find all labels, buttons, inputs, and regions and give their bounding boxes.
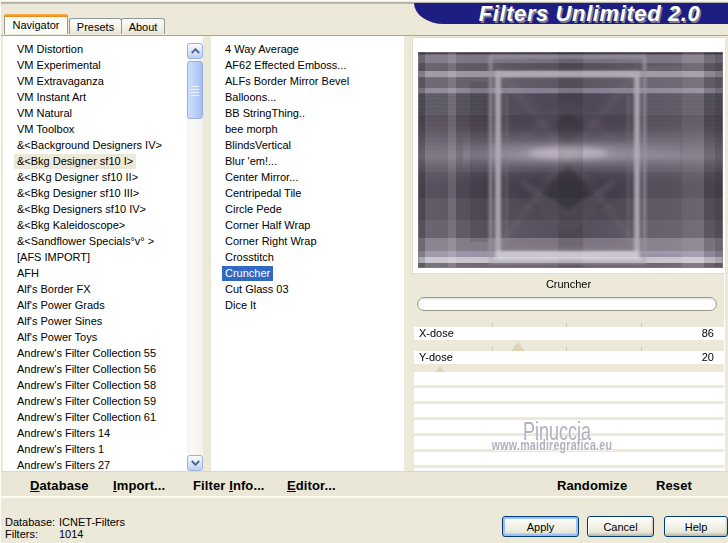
parameter-name: Y-dose <box>419 351 453 364</box>
category-scrollbar[interactable] <box>187 43 203 471</box>
category-item-label: Andrew's Filter Collection 59 <box>14 394 159 409</box>
help-button[interactable]: Help <box>664 516 728 537</box>
category-item[interactable]: &<Bkg Designer sf10 III> <box>3 185 187 201</box>
category-item[interactable]: Andrew's Filter Collection 55 <box>3 345 187 361</box>
randomize-button[interactable]: Randomize <box>557 478 627 493</box>
category-item-label: &<BKg Designer sf10 II> <box>14 170 141 185</box>
category-item-label: VM Toolbox <box>14 122 77 137</box>
empty-parameter-row <box>414 420 724 433</box>
filter-item[interactable]: Corner Right Wrap <box>211 233 404 249</box>
category-item-label: VM Instant Art <box>14 90 89 105</box>
category-item[interactable]: Andrew's Filter Collection 58 <box>3 377 187 393</box>
filter-item[interactable]: bee morph <box>211 121 404 137</box>
category-item[interactable]: [AFS IMPORT] <box>3 249 187 265</box>
filter-item[interactable]: Crosstitch <box>211 249 404 265</box>
filter-item[interactable]: 4 Way Average <box>211 41 404 57</box>
category-item[interactable]: &<Sandflower Specials°v° > <box>3 233 187 249</box>
category-item-label: Andrew's Filters 27 <box>14 458 113 471</box>
filter-item-label: ALFs Border Mirror Bevel <box>222 74 352 89</box>
filter-item[interactable]: Circle Pede <box>211 201 404 217</box>
cancel-button[interactable]: Cancel <box>587 516 654 537</box>
category-item-label: VM Distortion <box>14 42 86 57</box>
parameter-row[interactable]: X-dose86 <box>414 327 724 340</box>
empty-parameter-row <box>414 436 724 449</box>
filter-item[interactable]: Cruncher <box>211 265 404 281</box>
toolbar-filter-info[interactable]: Filter Info... <box>193 478 265 493</box>
category-item[interactable]: Alf's Power Grads <box>3 297 187 313</box>
filter-item[interactable]: BlindsVertical <box>211 137 404 153</box>
apply-button[interactable]: Apply <box>502 516 579 537</box>
tab-label: Presets <box>77 21 114 33</box>
category-item[interactable]: Andrew's Filter Collection 61 <box>3 409 187 425</box>
category-item[interactable]: Andrew's Filter Collection 59 <box>3 393 187 409</box>
preview-image[interactable] <box>418 52 723 268</box>
parameter-panel: Cruncher X-dose86Y-dose20 Pinuccia www.m… <box>412 37 725 472</box>
tab-about[interactable]: About <box>121 18 165 34</box>
category-item[interactable]: VM Toolbox <box>3 121 187 137</box>
category-item-label: VM Experimental <box>14 58 104 73</box>
category-item[interactable]: VM Natural <box>3 105 187 121</box>
category-item-label: Alf's Border FX <box>14 282 94 297</box>
filter-item[interactable]: Centripedal Tile <box>211 185 404 201</box>
filter-item[interactable]: ALFs Border Mirror Bevel <box>211 73 404 89</box>
empty-parameter-row <box>414 452 724 465</box>
reset-button[interactable]: Reset <box>656 478 692 493</box>
filter-item-label: Dice It <box>222 298 259 313</box>
filters-unlimited-dialog: Filters Unlimited 2.0 NavigatorPresetsAb… <box>0 0 728 543</box>
filter-items: 4 Way AverageAF62 Effected Emboss...ALFs… <box>211 41 404 313</box>
slider-thumb[interactable] <box>511 342 525 351</box>
empty-parameter-row <box>414 372 724 385</box>
category-item[interactable]: Andrew's Filter Collection 56 <box>3 361 187 377</box>
filter-item-label: Circle Pede <box>222 202 285 217</box>
filter-item[interactable]: Balloons... <box>211 89 404 105</box>
category-item[interactable]: Alf's Border FX <box>3 281 187 297</box>
filter-item[interactable]: AF62 Effected Emboss... <box>211 57 404 73</box>
category-item[interactable]: Alf's Power Sines <box>3 313 187 329</box>
category-item[interactable]: Andrew's Filters 1 <box>3 441 187 457</box>
tab-navigator[interactable]: Navigator <box>4 14 68 34</box>
empty-parameter-row <box>414 404 724 417</box>
category-item-label: Andrew's Filter Collection 61 <box>14 410 159 425</box>
category-item[interactable]: Alf's Power Toys <box>3 329 187 345</box>
parameter-row[interactable]: Y-dose20 <box>414 351 724 364</box>
category-item[interactable]: Andrew's Filters 27 <box>3 457 187 471</box>
category-item[interactable]: &<Background Designers IV> <box>3 137 187 153</box>
toolbar-editor[interactable]: Editor... <box>287 478 336 493</box>
filter-item-label: Cruncher <box>222 266 273 281</box>
filter-item[interactable]: Dice It <box>211 297 404 313</box>
filter-item-label: Centripedal Tile <box>222 186 304 201</box>
category-item[interactable]: &<Bkg Designers sf10 IV> <box>3 201 187 217</box>
category-item-label: Alf's Power Toys <box>14 330 100 345</box>
parameter-value: 20 <box>702 351 714 364</box>
category-item[interactable]: VM Instant Art <box>3 89 187 105</box>
thumb-grip-icon <box>191 86 199 96</box>
filter-item-label: Balloons... <box>222 90 279 105</box>
filter-item-label: 4 Way Average <box>222 42 302 57</box>
category-item[interactable]: &<Bkg Kaleidoscope> <box>3 217 187 233</box>
category-item[interactable]: Andrew's Filters 14 <box>3 425 187 441</box>
category-item[interactable]: AFH <box>3 265 187 281</box>
category-item[interactable]: VM Extravaganza <box>3 73 187 89</box>
category-item[interactable]: &<BKg Designer sf10 II> <box>3 169 187 185</box>
parameter-name: X-dose <box>419 327 454 340</box>
category-item-label: &<Background Designers IV> <box>14 138 165 153</box>
scroll-down-button[interactable] <box>187 455 203 471</box>
category-item[interactable]: VM Experimental <box>3 57 187 73</box>
category-item[interactable]: VM Distortion <box>3 41 187 57</box>
tab-presets[interactable]: Presets <box>69 18 122 34</box>
filter-item-label: bee morph <box>222 122 281 137</box>
category-item-label: VM Natural <box>14 106 75 121</box>
category-item[interactable]: &<Bkg Designer sf10 I> <box>3 153 187 169</box>
filter-item[interactable]: Corner Half Wrap <box>211 217 404 233</box>
scrollbar-thumb[interactable] <box>187 61 203 119</box>
filter-item[interactable]: Cut Glass 03 <box>211 281 404 297</box>
toolbar-database[interactable]: Database <box>30 478 89 493</box>
category-item-label: Andrew's Filter Collection 55 <box>14 346 159 361</box>
filter-item[interactable]: Center Mirror... <box>211 169 404 185</box>
preview-caption: Cruncher <box>412 274 725 295</box>
category-item-label: AFH <box>14 266 42 281</box>
scroll-up-button[interactable] <box>187 43 203 59</box>
filter-item[interactable]: Blur 'em!... <box>211 153 404 169</box>
toolbar-import[interactable]: Import... <box>113 478 165 493</box>
filter-item[interactable]: BB StringThing.. <box>211 105 404 121</box>
